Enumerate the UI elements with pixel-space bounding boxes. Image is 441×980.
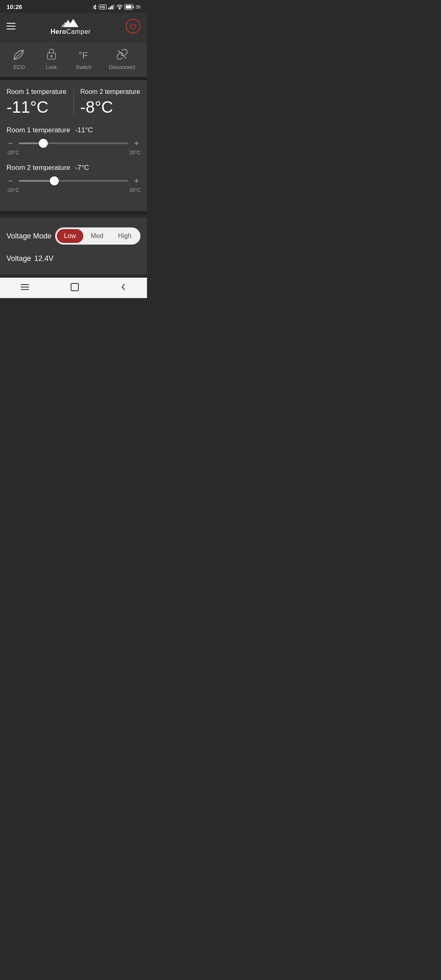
room1-temp-display: Room 1 temperature -11°C	[7, 88, 67, 116]
room2-min-label: -20°C	[7, 187, 19, 193]
nav-home-button[interactable]	[70, 283, 79, 292]
temperature-display: Room 1 temperature -11°C Room 2 temperat…	[7, 88, 140, 116]
voltage-value-label: Voltage	[7, 254, 31, 263]
room2-slider-thumb[interactable]	[50, 176, 59, 185]
status-icons: HD 39	[92, 4, 140, 10]
room2-increase-button[interactable]: +	[132, 177, 140, 185]
disconnect-button[interactable]: Disconnect	[109, 47, 135, 70]
switch-icon: °F	[76, 47, 91, 62]
voltage-toggle[interactable]: Low Med High	[55, 227, 140, 245]
voltage-mode-label: Voltage Mode	[7, 232, 51, 241]
room2-display-value: -8°C	[80, 98, 141, 116]
room1-slider-track	[19, 143, 129, 144]
menu-button[interactable]	[7, 23, 16, 29]
room2-slider-value: -7°C	[75, 164, 89, 172]
section-divider-1	[0, 77, 147, 80]
quick-actions-bar: ECO Lock °F Switch	[0, 42, 147, 77]
disconnect-icon	[115, 47, 129, 62]
svg-rect-7	[113, 4, 114, 9]
room1-display-value: -11°C	[7, 98, 67, 116]
bottom-nav	[0, 278, 147, 298]
power-button[interactable]	[126, 19, 140, 33]
switch-button[interactable]: °F Switch	[76, 47, 91, 70]
eco-label: ECO	[13, 64, 25, 70]
room1-slider-title: Room 1 temperature	[7, 126, 70, 134]
room1-display-label: Room 1 temperature	[7, 88, 67, 96]
nav-back-button[interactable]	[120, 283, 127, 292]
voltage-high-button[interactable]: High	[111, 229, 139, 243]
hd-badge: HD	[99, 4, 107, 9]
eco-icon	[12, 47, 27, 62]
room1-slider-value: -11°C	[75, 126, 93, 134]
room2-temp-display: Room 2 temperature -8°C	[80, 88, 141, 116]
voltage-value: 12.4V	[34, 254, 53, 263]
svg-rect-4	[108, 8, 109, 9]
lock-label: Lock	[46, 64, 57, 70]
svg-line-16	[118, 50, 126, 58]
app-header: HeroCamper	[0, 13, 147, 42]
room2-display-label: Room 2 temperature	[80, 88, 141, 96]
room1-slider-track-wrapper[interactable]	[19, 143, 129, 144]
room2-slider-row: − +	[7, 177, 140, 185]
room2-slider-track-wrapper[interactable]	[19, 180, 129, 182]
eco-button[interactable]: ECO	[12, 47, 27, 70]
wifi-icon	[116, 4, 123, 9]
room1-slider-labels: -20°C 20°C	[7, 150, 140, 156]
svg-rect-20	[71, 283, 78, 291]
room2-slider-fill	[19, 180, 54, 182]
svg-text:°F: °F	[79, 50, 88, 60]
status-bar: 10:26 HD	[0, 0, 147, 13]
logo-mountain-icon	[61, 17, 80, 28]
room1-slider-thumb[interactable]	[39, 139, 48, 148]
status-time: 10:26	[7, 3, 22, 10]
temperature-card: Room 1 temperature -11°C Room 2 temperat…	[0, 80, 147, 211]
room1-slider-section: Room 1 temperature -11°C − + -20°C 20°C	[7, 126, 140, 156]
room2-slider-section: Room 2 temperature -7°C − + -20°C 20°C	[7, 164, 140, 193]
svg-rect-6	[111, 5, 113, 9]
nav-menu-button[interactable]	[20, 283, 30, 291]
voltage-mode-row: Voltage Mode Low Med High	[7, 227, 140, 245]
switch-label: Switch	[76, 64, 91, 70]
room2-slider-track	[19, 180, 129, 182]
room1-decrease-button[interactable]: −	[7, 139, 15, 147]
app-logo: HeroCamper	[51, 17, 91, 36]
room2-slider-labels: -20°C 20°C	[7, 187, 140, 193]
svg-point-8	[119, 9, 120, 9]
svg-point-13	[51, 56, 52, 57]
logo-text: HeroCamper	[51, 28, 91, 36]
room1-max-label: 20°C	[129, 150, 140, 156]
room1-slider-row: − +	[7, 139, 140, 147]
room2-slider-title: Room 2 temperature	[7, 164, 70, 172]
voltage-low-button[interactable]: Low	[57, 229, 83, 243]
lock-button[interactable]: Lock	[44, 47, 59, 70]
voltage-card: Voltage Mode Low Med High Voltage 12.4V	[0, 218, 147, 274]
temp-divider	[74, 88, 74, 116]
battery-level: 39	[136, 4, 140, 9]
svg-rect-5	[110, 7, 111, 9]
room2-decrease-button[interactable]: −	[7, 177, 15, 185]
voltage-value-row: Voltage 12.4V	[7, 254, 140, 263]
svg-line-1	[93, 7, 95, 9]
section-divider-2	[0, 211, 147, 214]
signal-icon	[108, 4, 115, 9]
battery-icon	[125, 4, 134, 10]
svg-marker-2	[95, 4, 96, 7]
voltage-med-button[interactable]: Med	[83, 229, 111, 243]
bluetooth-icon	[92, 4, 97, 10]
room1-increase-button[interactable]: +	[132, 139, 140, 147]
room1-slider-header: Room 1 temperature -11°C	[7, 126, 140, 134]
lock-icon	[44, 47, 59, 62]
room1-min-label: -20°C	[7, 150, 19, 156]
room2-max-label: 20°C	[129, 187, 140, 193]
disconnect-label: Disconnect	[109, 64, 135, 70]
room2-slider-header: Room 2 temperature -7°C	[7, 164, 140, 172]
